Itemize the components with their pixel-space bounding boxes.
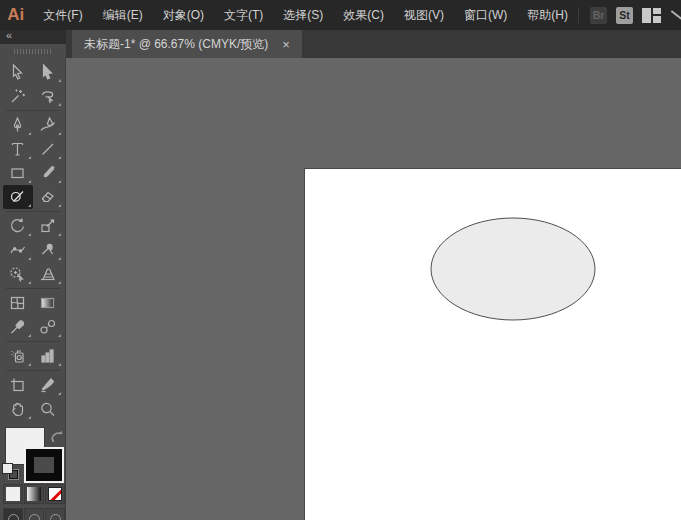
document-tab-title: 未标题-1* @ 66.67% (CMYK/预览): [84, 36, 268, 53]
lasso-icon: [38, 87, 57, 105]
type-icon: [8, 140, 27, 158]
menu-view[interactable]: 视图(V): [394, 0, 454, 32]
menu-select[interactable]: 选择(S): [273, 0, 333, 32]
tool-artboard[interactable]: [3, 373, 33, 397]
bridge-button[interactable]: Br: [590, 7, 607, 24]
tools-separator: [6, 370, 60, 371]
tab-row: « 未标题-1* @ 66.67% (CMYK/预览) ×: [0, 30, 681, 58]
mesh-icon: [8, 294, 27, 312]
ellipse-shape[interactable]: [431, 218, 595, 320]
tool-shaper[interactable]: [3, 185, 33, 209]
tool-pen[interactable]: [3, 113, 33, 137]
menu-object[interactable]: 对象(O): [153, 0, 214, 32]
tool-hand[interactable]: [3, 397, 33, 421]
artboard[interactable]: [305, 169, 681, 520]
direct-selection-arrow-icon: [38, 63, 57, 81]
tool-eyedropper[interactable]: [3, 315, 33, 339]
stroke-color-swatch[interactable]: [24, 447, 64, 483]
blend-icon: [38, 318, 57, 336]
paintbrush-icon: [38, 164, 57, 182]
tool-width[interactable]: [3, 238, 33, 262]
tool-shape-builder[interactable]: [3, 262, 33, 286]
menu-effect[interactable]: 效果(C): [333, 0, 394, 32]
menu-type[interactable]: 文字(T): [214, 0, 273, 32]
width-tool-icon: [8, 241, 27, 259]
tool-rotate[interactable]: [3, 214, 33, 238]
draw-behind-button[interactable]: [24, 508, 44, 520]
menu-window[interactable]: 窗口(W): [454, 0, 517, 32]
slice-knife-icon: [38, 376, 57, 394]
menu-file[interactable]: 文件(F): [33, 0, 92, 32]
gradient-button[interactable]: [24, 484, 44, 504]
tool-column-graph[interactable]: [33, 344, 63, 368]
line-segment-icon: [38, 140, 57, 158]
default-fill-stroke-icon[interactable]: [3, 464, 18, 479]
draw-inside-icon: [50, 514, 61, 520]
tool-line-segment[interactable]: [33, 137, 63, 161]
main-area: [0, 58, 681, 520]
tool-curvature[interactable]: [33, 113, 63, 137]
artwork-layer: [305, 169, 681, 520]
panel-grip-handle[interactable]: [14, 49, 52, 54]
workspace-switcher-icon[interactable]: [642, 8, 661, 23]
illustrator-window: Ai 文件(F) 编辑(E) 对象(O) 文字(T) 选择(S) 效果(C) 视…: [0, 0, 681, 520]
none-button[interactable]: [45, 484, 65, 504]
pasteboard[interactable]: [66, 58, 681, 520]
tool-blend[interactable]: [33, 315, 63, 339]
app-logo: Ai: [0, 5, 31, 25]
eyedropper-icon: [8, 318, 27, 336]
workspace-chevron-icon[interactable]: [671, 10, 681, 20]
color-chip-icon: [6, 487, 20, 501]
curvature-tool-icon: [38, 116, 57, 134]
tool-magic-wand[interactable]: [3, 84, 33, 108]
gradient-chip-icon: [27, 487, 41, 501]
tools-separator: [6, 110, 60, 111]
tool-paintbrush[interactable]: [33, 161, 63, 185]
tools-separator: [6, 211, 60, 212]
tool-selection[interactable]: [3, 60, 33, 84]
tool-symbol-sprayer[interactable]: [3, 344, 33, 368]
stock-button[interactable]: St: [616, 7, 633, 24]
document-tab-strip: 未标题-1* @ 66.67% (CMYK/预览) ×: [66, 30, 681, 58]
rectangle-icon: [8, 164, 27, 182]
toolbar-dock-header: «: [0, 30, 66, 58]
draw-normal-icon: [8, 514, 19, 520]
swap-fill-stroke-icon[interactable]: [49, 429, 65, 448]
gradient-icon: [38, 294, 57, 312]
pen-icon: [8, 116, 27, 134]
tool-type[interactable]: [3, 137, 33, 161]
rotate-icon: [8, 217, 27, 235]
document-tab[interactable]: 未标题-1* @ 66.67% (CMYK/预览) ×: [72, 30, 302, 58]
tool-perspective-grid[interactable]: [33, 262, 63, 286]
menubar-right-cluster: Br St: [578, 7, 681, 24]
hand-icon: [8, 400, 27, 418]
none-chip-icon: [48, 487, 62, 501]
puppet-warp-pin-icon: [38, 241, 57, 259]
tool-zoom[interactable]: [33, 397, 63, 421]
tool-direct-selection[interactable]: [33, 60, 63, 84]
menu-list: 文件(F) 编辑(E) 对象(O) 文字(T) 选择(S) 效果(C) 视图(V…: [33, 0, 578, 32]
tool-gradient[interactable]: [33, 291, 63, 315]
scale-icon: [38, 217, 57, 235]
menu-help[interactable]: 帮助(H): [517, 0, 578, 32]
paint-style-buttons: [3, 484, 65, 504]
tool-eraser[interactable]: [33, 185, 63, 209]
symbol-sprayer-icon: [8, 347, 27, 365]
tool-scale[interactable]: [33, 214, 63, 238]
artboard-icon: [8, 376, 27, 394]
column-graph-icon: [38, 347, 57, 365]
tool-rectangle[interactable]: [3, 161, 33, 185]
tools-grid: [3, 60, 63, 421]
tool-slice[interactable]: [33, 373, 63, 397]
drawing-mode-buttons: [3, 508, 65, 520]
tab-close-icon[interactable]: ×: [282, 38, 290, 51]
draw-normal-button[interactable]: [3, 508, 23, 520]
menu-edit[interactable]: 编辑(E): [93, 0, 153, 32]
draw-inside-button[interactable]: [45, 508, 65, 520]
color-button[interactable]: [3, 484, 23, 504]
tools-separator: [6, 288, 60, 289]
tool-mesh[interactable]: [3, 291, 33, 315]
tool-puppet-warp[interactable]: [33, 238, 63, 262]
tool-lasso[interactable]: [33, 84, 63, 108]
shape-builder-icon: [8, 265, 27, 283]
